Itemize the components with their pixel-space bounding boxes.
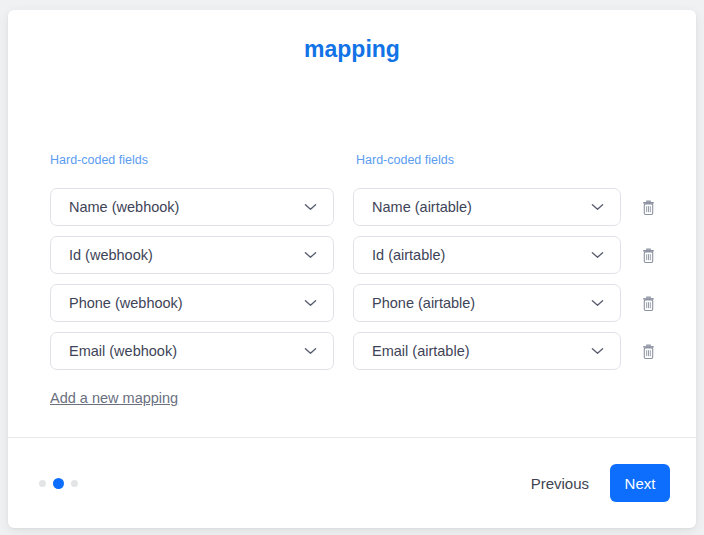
trash-icon (641, 247, 656, 264)
chevron-down-icon (304, 203, 317, 211)
source-field-select-3[interactable]: Phone (webhook) (50, 284, 334, 322)
delete-mapping-button-3[interactable] (638, 293, 658, 313)
step-dot-3[interactable] (71, 480, 78, 487)
delete-mapping-button-1[interactable] (638, 197, 658, 217)
source-field-select-4[interactable]: Email (webhook) (50, 332, 334, 370)
target-field-select-3[interactable]: Phone (airtable) (353, 284, 621, 322)
mapping-modal: mapping Hard-coded fields Hard-coded fie… (8, 10, 696, 528)
source-field-value: Name (webhook) (69, 199, 179, 215)
source-field-select-1[interactable]: Name (webhook) (50, 188, 334, 226)
delete-mapping-button-2[interactable] (638, 245, 658, 265)
footer-actions: Previous Next (531, 464, 670, 502)
modal-title: mapping (8, 37, 696, 61)
target-field-value: Id (airtable) (372, 247, 445, 263)
previous-button[interactable]: Previous (531, 475, 589, 492)
mapping-row: Email (webhook) Email (airtable) (50, 332, 658, 370)
modal-footer: Previous Next (8, 438, 696, 528)
chevron-down-icon (591, 203, 604, 211)
target-field-value: Name (airtable) (372, 199, 472, 215)
target-field-select-4[interactable]: Email (airtable) (353, 332, 621, 370)
mapping-content: Hard-coded fields Hard-coded fields Name… (8, 61, 696, 437)
mapping-row: Id (webhook) Id (airtable) (50, 236, 658, 274)
target-field-select-1[interactable]: Name (airtable) (353, 188, 621, 226)
chevron-down-icon (591, 347, 604, 355)
add-mapping-link[interactable]: Add a new mapping (50, 390, 178, 406)
mapping-row: Phone (webhook) Phone (airtable) (50, 284, 658, 322)
step-dot-1[interactable] (39, 480, 46, 487)
trash-icon (641, 199, 656, 216)
page-background: mapping Hard-coded fields Hard-coded fie… (0, 0, 704, 535)
source-column-label: Hard-coded fields (50, 153, 356, 168)
chevron-down-icon (591, 299, 604, 307)
source-field-value: Phone (webhook) (69, 295, 183, 311)
step-dot-2[interactable] (53, 478, 64, 489)
target-column-label: Hard-coded fields (356, 153, 454, 168)
column-labels-row: Hard-coded fields Hard-coded fields (50, 153, 658, 168)
chevron-down-icon (304, 299, 317, 307)
target-field-value: Phone (airtable) (372, 295, 475, 311)
chevron-down-icon (591, 251, 604, 259)
chevron-down-icon (304, 251, 317, 259)
source-field-select-2[interactable]: Id (webhook) (50, 236, 334, 274)
trash-icon (641, 343, 656, 360)
step-indicator (39, 478, 85, 489)
target-field-select-2[interactable]: Id (airtable) (353, 236, 621, 274)
mapping-row: Name (webhook) Name (airtable) (50, 188, 658, 226)
target-field-value: Email (airtable) (372, 343, 470, 359)
trash-icon (641, 295, 656, 312)
delete-mapping-button-4[interactable] (638, 341, 658, 361)
chevron-down-icon (304, 347, 317, 355)
next-button[interactable]: Next (610, 464, 670, 502)
source-field-value: Email (webhook) (69, 343, 177, 359)
source-field-value: Id (webhook) (69, 247, 153, 263)
